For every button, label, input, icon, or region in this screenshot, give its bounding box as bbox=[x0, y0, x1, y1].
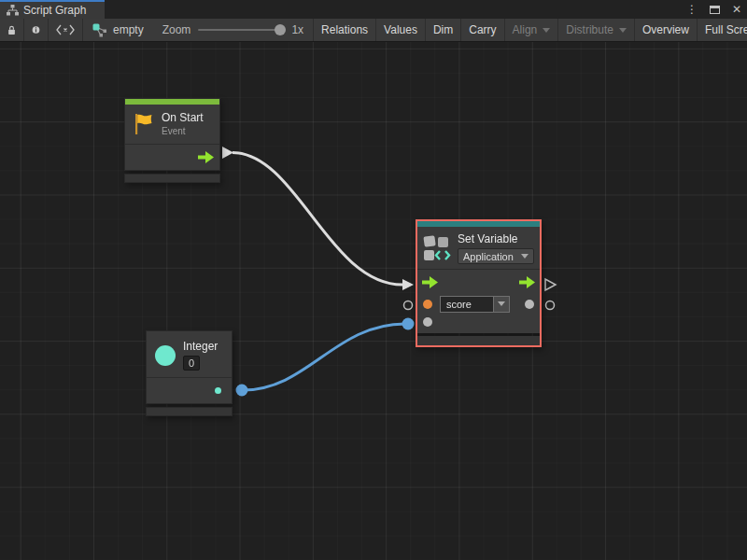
exec-output-port[interactable] bbox=[519, 276, 535, 288]
value-wire[interactable] bbox=[243, 324, 405, 390]
maximize-icon[interactable] bbox=[708, 3, 721, 16]
scope-value: Application bbox=[463, 251, 514, 262]
output-connector-triangle[interactable] bbox=[545, 279, 556, 290]
zoom-slider[interactable] bbox=[198, 29, 284, 31]
lock-button[interactable] bbox=[0, 19, 24, 41]
overview-button[interactable]: Overview bbox=[635, 19, 698, 41]
chevron-down-icon bbox=[619, 28, 627, 33]
node-integer[interactable]: Integer 0 bbox=[146, 330, 233, 416]
node-on-start[interactable]: On Start Event bbox=[124, 98, 220, 183]
variable-name-dropdown-button[interactable] bbox=[494, 296, 510, 313]
node-subtitle: Event bbox=[162, 126, 204, 137]
distribute-label: Distribute bbox=[566, 23, 613, 36]
tab-script-graph[interactable]: Script Graph bbox=[0, 0, 105, 19]
zoom-control: Zoom 1x bbox=[153, 19, 314, 41]
full-screen-button[interactable]: Full Screen bbox=[698, 19, 747, 41]
graph-toolbar: empty Zoom 1x Relations Values Dim Carry… bbox=[0, 19, 747, 42]
node-footer bbox=[146, 407, 233, 416]
tab-bar: Script Graph ⋮ ✕ bbox=[0, 0, 747, 19]
align-label: Align bbox=[513, 23, 538, 36]
distribute-dropdown-button[interactable]: Distribute bbox=[558, 19, 635, 41]
input-connector-circle[interactable] bbox=[404, 301, 413, 310]
info-button[interactable] bbox=[24, 19, 49, 41]
flow-wire[interactable] bbox=[233, 153, 402, 286]
zoom-value: 1x bbox=[291, 23, 303, 36]
wire-layer bbox=[0, 42, 747, 560]
tab-title: Script Graph bbox=[23, 4, 86, 17]
graph-breadcrumb[interactable]: empty bbox=[83, 19, 153, 41]
graph-hierarchy-icon bbox=[7, 5, 19, 16]
node-footer bbox=[124, 174, 220, 183]
value-wire-start-dot[interactable] bbox=[236, 385, 248, 397]
output-connector-circle[interactable] bbox=[546, 301, 555, 310]
variables-boxes-icon bbox=[423, 234, 451, 262]
node-title: Integer bbox=[183, 340, 218, 353]
carry-button[interactable]: Carry bbox=[461, 19, 504, 41]
maximize-glyph bbox=[710, 6, 720, 14]
result-output-port[interactable] bbox=[525, 300, 534, 309]
variable-name-field-group: score bbox=[440, 296, 510, 313]
integer-output-port[interactable] bbox=[215, 387, 221, 394]
flow-wire-end-arrow[interactable] bbox=[402, 279, 414, 290]
node-title: Set Variable bbox=[458, 232, 534, 245]
variable-name-port[interactable] bbox=[423, 300, 432, 309]
value-input-port[interactable] bbox=[423, 317, 432, 327]
teal-circle-icon bbox=[155, 345, 176, 366]
node-title: On Start bbox=[162, 111, 204, 124]
graph-canvas[interactable]: On Start Event bbox=[0, 42, 747, 560]
window-controls: ⋮ ✕ bbox=[685, 0, 743, 19]
info-icon bbox=[32, 23, 40, 36]
relations-button[interactable]: Relations bbox=[314, 19, 376, 41]
node-footer bbox=[417, 336, 540, 345]
code-brackets-icon bbox=[56, 24, 75, 35]
zoom-slider-knob[interactable] bbox=[275, 24, 286, 35]
close-icon[interactable]: ✕ bbox=[730, 3, 743, 16]
window-menu-icon[interactable]: ⋮ bbox=[685, 3, 698, 16]
flow-wire-start-arrow[interactable] bbox=[222, 147, 233, 159]
lock-icon bbox=[7, 24, 16, 36]
variable-scope-dropdown[interactable]: Application bbox=[458, 248, 534, 264]
full-screen-label: Full Screen bbox=[705, 23, 747, 36]
script-graph-window: { "window": { "tab_title": "Script Graph… bbox=[0, 0, 747, 560]
values-label: Values bbox=[384, 23, 417, 36]
carry-label: Carry bbox=[469, 23, 496, 36]
variable-name-input[interactable]: score bbox=[440, 296, 494, 313]
align-dropdown-button[interactable]: Align bbox=[505, 19, 559, 41]
overview-label: Overview bbox=[642, 23, 689, 36]
flag-icon bbox=[134, 113, 154, 135]
values-button[interactable]: Values bbox=[376, 19, 426, 41]
graph-name: empty bbox=[113, 23, 144, 36]
integer-value-input[interactable]: 0 bbox=[183, 356, 200, 371]
chevron-down-icon bbox=[521, 254, 529, 259]
dim-label: Dim bbox=[433, 23, 453, 36]
dim-button[interactable]: Dim bbox=[426, 19, 461, 41]
chevron-down-icon bbox=[498, 301, 505, 306]
nest-graph-icon bbox=[92, 23, 107, 37]
node-set-variable[interactable]: Set Variable Application bbox=[416, 219, 542, 347]
code-view-button[interactable] bbox=[49, 19, 83, 41]
chevron-down-icon bbox=[543, 28, 550, 33]
exec-output-port[interactable] bbox=[198, 151, 214, 163]
exec-input-port[interactable] bbox=[422, 276, 438, 288]
relations-label: Relations bbox=[321, 23, 368, 36]
zoom-label: Zoom bbox=[162, 23, 191, 36]
value-wire-end-dot[interactable] bbox=[402, 318, 415, 330]
